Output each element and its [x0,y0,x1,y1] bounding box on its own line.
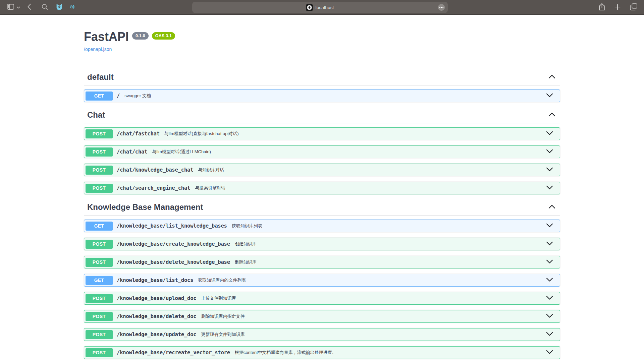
endpoint-row[interactable]: POST /chat/fastchat 与llm模型对话(直接与fastchat… [84,127,560,140]
endpoint-row[interactable]: GET /knowledge_base/list_knowledge_bases… [84,220,560,232]
section-header[interactable]: Chat [84,108,560,123]
expand-endpoint-button[interactable] [545,184,554,192]
chevron-down-icon [546,185,553,191]
endpoint-description: 删除知识库 [235,259,257,265]
endpoint-path: /knowledge_base/list_knowledge_bases [117,223,227,229]
chevron-down-icon [546,314,553,319]
endpoint-row[interactable]: POST /knowledge_base/create_knowledge_ba… [84,238,560,250]
endpoint-path: /chat/search_engine_chat [117,185,190,191]
chevron-down-icon [546,259,553,265]
endpoint-path: /chat/fastchat [117,131,160,137]
method-badge: GET [86,92,113,101]
back-button[interactable] [21,3,37,11]
expand-endpoint-button[interactable] [545,222,554,230]
method-badge: GET [86,276,113,285]
chevron-down-icon [546,149,553,155]
url-text: localhost [315,5,334,10]
method-badge: POST [86,294,113,303]
sidebar-menu-chevron-button[interactable] [15,5,21,10]
tab-overview-button[interactable] [630,3,637,11]
method-badge: POST [86,166,113,175]
expand-endpoint-button[interactable] [545,330,554,339]
search-icon [42,4,48,11]
expand-endpoint-button[interactable] [545,276,554,284]
method-badge: POST [86,258,113,267]
endpoint-path: /knowledge_base/update_doc [117,331,196,338]
endpoint-path: /knowledge_base/delete_doc [117,313,196,319]
share-icon [599,3,605,12]
section-rows: GET /knowledge_base/list_knowledge_bases… [84,216,560,359]
extension-rings-icon [68,3,76,12]
endpoint-path: /knowledge_base/delete_knowledge_base [117,259,230,265]
expand-endpoint-button[interactable] [545,166,554,174]
section-header[interactable]: default [84,70,560,85]
site-favicon-lightning-icon [306,4,313,11]
chevron-down-icon [546,332,553,337]
share-button[interactable] [599,3,605,12]
new-tab-button[interactable] [614,4,621,11]
expand-endpoint-button[interactable] [545,312,554,320]
api-section: Knowledge Base Management GET /knowledge… [84,200,560,359]
expand-endpoint-button[interactable] [545,349,554,357]
chevron-down-icon [17,5,20,10]
section-title: Chat [87,110,105,120]
chevron-down-icon [546,278,553,283]
oas-badge: OAS 3.1 [152,32,175,40]
extension-cat-button[interactable] [52,3,66,12]
chevron-down-icon [546,296,553,301]
sidebar-icon [7,4,14,11]
address-bar[interactable]: localhost [192,2,448,13]
section-rows: POST /chat/fastchat 与llm模型对话(直接与fastchat… [84,123,560,194]
endpoint-row[interactable]: POST /knowledge_base/recreate_vector_sto… [84,346,560,359]
expand-endpoint-button[interactable] [545,240,554,248]
openapi-spec-link[interactable]: /openapi.json [84,47,112,52]
endpoint-row[interactable]: GET / swagger 文档 [84,89,560,102]
method-badge: POST [86,330,113,339]
chevron-down-icon [546,350,553,355]
search-button[interactable] [37,4,52,11]
endpoint-row[interactable]: POST /knowledge_base/upload_doc 上传文件到知识库 [84,292,560,305]
version-badge: 0.1.0 [132,32,149,40]
endpoint-description: 上传文件到知识库 [201,295,236,301]
extension-rings-button[interactable] [66,3,78,12]
chevron-up-icon [548,204,555,210]
tab-overview-icon [630,3,637,11]
method-badge: GET [86,222,113,231]
expand-endpoint-button[interactable] [545,92,554,100]
endpoint-path: /knowledge_base/recreate_vector_store [117,350,230,356]
expand-endpoint-button[interactable] [545,294,554,302]
endpoint-path: /knowledge_base/list_docs [117,277,193,283]
back-icon [27,3,31,11]
endpoint-description: 根据content中文档重建向量库，流式输出处理进度。 [235,350,336,356]
extension-cat-icon [55,3,63,12]
expand-endpoint-button[interactable] [545,130,554,138]
chevron-up-icon [548,112,555,118]
endpoint-row[interactable]: GET /knowledge_base/list_docs 获取知识库内的文件列… [84,274,560,287]
collapse-section-button[interactable] [548,204,555,210]
page-menu-button[interactable] [437,3,445,12]
api-sections: default GET / swagger 文档 Chat [84,70,560,359]
endpoint-row[interactable]: POST /chat/chat 与llm模型对话(通过LLMChain) [84,145,560,158]
endpoint-description: 更新现有文件到知识库 [201,331,245,338]
endpoint-row[interactable]: POST /chat/knowledge_base_chat 与知识库对话 [84,164,560,176]
endpoint-row[interactable]: POST /chat/search_engine_chat 与搜索引擎对话 [84,182,560,194]
expand-endpoint-button[interactable] [545,258,554,266]
ellipsis-icon [437,3,445,12]
endpoint-description: swagger 文档 [124,93,151,99]
chevron-down-icon [546,167,553,173]
endpoint-row[interactable]: POST /knowledge_base/update_doc 更新现有文件到知… [84,328,560,341]
section-header[interactable]: Knowledge Base Management [84,200,560,216]
endpoint-description: 与搜索引擎对话 [195,185,225,191]
api-info: FastAPI 0.1.0 OAS 3.1 /openapi.json [84,30,560,52]
expand-endpoint-button[interactable] [545,148,554,156]
sidebar-toggle-button[interactable] [5,4,15,11]
api-section: Chat POST /chat/fastchat 与llm模型对话(直接与fas… [84,108,560,194]
endpoint-row[interactable]: POST /knowledge_base/delete_knowledge_ba… [84,256,560,268]
chevron-down-icon [546,131,553,136]
endpoint-row[interactable]: POST /knowledge_base/delete_doc 删除知识库内指定… [84,310,560,323]
collapse-section-button[interactable] [548,74,555,80]
method-badge: POST [86,240,113,249]
endpoint-description: 与llm模型对话(直接与fastchat api对话) [164,131,239,137]
collapse-section-button[interactable] [548,112,555,118]
api-section: default GET / swagger 文档 [84,70,560,102]
